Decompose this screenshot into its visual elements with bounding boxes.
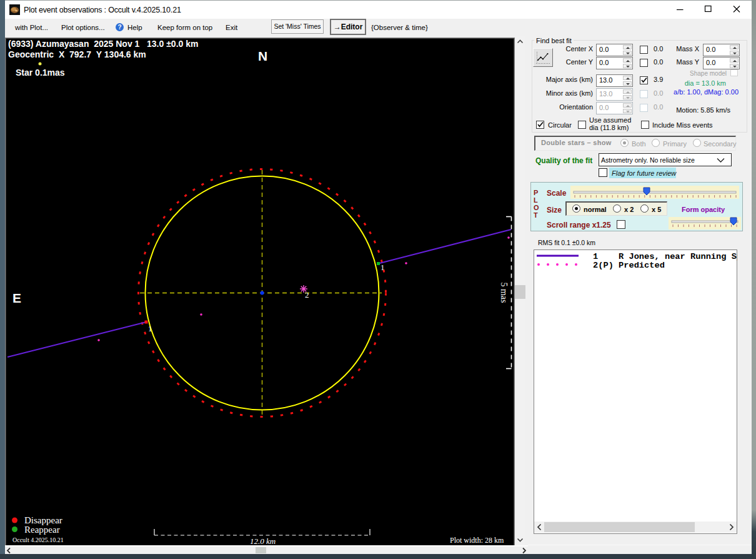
- svg-text:(6933) Azumayasan 2025 Nov 1: (6933) Azumayasan 2025 Nov 1 13.0 ±0.0 k…: [8, 39, 198, 49]
- svg-text:Star 0.1mas: Star 0.1mas: [16, 68, 65, 78]
- svg-text:Occult 4.2025.10.21: Occult 4.2025.10.21: [12, 536, 64, 543]
- svg-text:2: 2: [305, 290, 309, 300]
- svg-text:Predicted: Predicted: [619, 261, 665, 270]
- svg-text:2(P): 2(P): [593, 261, 614, 270]
- svg-text:1: 1: [380, 263, 385, 272]
- svg-text:E: E: [12, 291, 21, 305]
- svg-text:1: 1: [593, 252, 598, 261]
- svg-text:N: N: [258, 49, 267, 63]
- svg-text:5 mas: 5 mas: [499, 282, 509, 303]
- svg-text:Disappear: Disappear: [24, 515, 62, 525]
- svg-text:1: 1: [148, 324, 152, 333]
- svg-text:Geocentric X 792.7 Y 1304.6: Geocentric X 792.7 Y 1304.6 km: [8, 49, 146, 59]
- svg-text:Reappear: Reappear: [24, 525, 60, 535]
- svg-text:R Jones, near Running Sp: R Jones, near Running Sp: [619, 252, 737, 261]
- svg-text:Plot width: 28 km: Plot width: 28 km: [450, 536, 504, 545]
- svg-text:12.0 km: 12.0 km: [250, 536, 276, 545]
